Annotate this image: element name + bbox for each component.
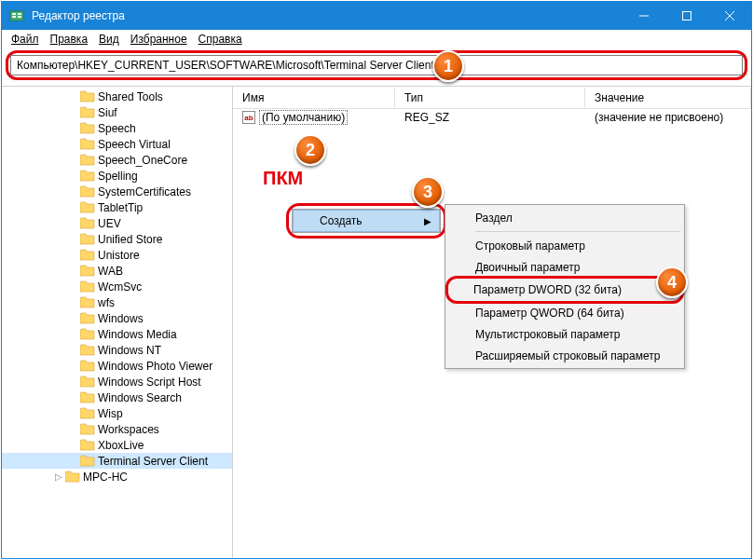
menu-view[interactable]: Вид	[93, 31, 125, 48]
context-menu-2: Раздел Строковый параметр Двоичный парам…	[445, 204, 685, 369]
close-button[interactable]	[708, 2, 751, 30]
tree-item[interactable]: Siuf	[2, 104, 232, 120]
tree-item[interactable]: SystemCertificates	[2, 184, 232, 199]
tree-item[interactable]: TabletTip	[2, 199, 232, 215]
svg-rect-1	[12, 13, 16, 15]
tree-item[interactable]: Terminal Server Client	[2, 453, 232, 469]
folder-icon	[80, 265, 95, 278]
tree-item-label: Workspaces	[98, 423, 159, 436]
menu-item-create[interactable]: Создать ▶	[293, 210, 440, 232]
tree-item[interactable]: Windows Media	[2, 326, 232, 342]
tree-item-label: Wisp	[98, 407, 123, 420]
tree-item[interactable]: WcmSvc	[2, 279, 232, 294]
menu-item-multistring[interactable]: Мультистроковый параметр	[447, 323, 682, 345]
pkm-annotation: ПКМ	[263, 168, 303, 189]
tree-item-label: XboxLive	[98, 439, 144, 452]
folder-icon	[80, 122, 95, 135]
menu-item-section[interactable]: Раздел	[447, 207, 682, 228]
tree-item-label: Windows NT	[98, 344, 161, 357]
tree-item[interactable]: Speech	[2, 120, 232, 136]
col-type-header[interactable]: Тип	[395, 88, 585, 108]
folder-icon	[80, 170, 95, 183]
svg-rect-2	[12, 16, 16, 18]
tree-item[interactable]: Speech_OneCore	[2, 152, 232, 168]
tree-item-label: MPC-HC	[83, 471, 128, 484]
menubar: Файл Правка Вид Избранное Справка	[2, 30, 751, 48]
col-name-header[interactable]: Имя	[233, 88, 395, 108]
tree-item[interactable]: Windows Search	[2, 389, 232, 405]
addressbar[interactable]: Компьютер\HKEY_CURRENT_USER\SOFTWARE\Mic…	[10, 55, 743, 75]
menu-file[interactable]: Файл	[6, 31, 45, 48]
menu-edit[interactable]: Правка	[45, 31, 94, 48]
tree-item[interactable]: WAB	[2, 263, 232, 279]
value-name: (По умолчанию)	[259, 110, 348, 125]
folder-icon	[80, 312, 95, 325]
tree-item-label: Windows	[98, 312, 144, 325]
annotation-marker-3: 3	[412, 176, 444, 208]
tree-item[interactable]: Windows Photo Viewer	[2, 358, 232, 374]
tree-item-label: Siuf	[98, 106, 117, 119]
folder-icon	[80, 106, 95, 119]
tree-item[interactable]: Speech Virtual	[2, 136, 232, 152]
tree-item-label: Speech_OneCore	[98, 154, 187, 167]
tree-item[interactable]: Unified Store	[2, 231, 232, 247]
tree-item[interactable]: Windows Script Host	[2, 374, 232, 389]
tree-item[interactable]: Windows	[2, 310, 232, 326]
maximize-button[interactable]	[665, 2, 708, 30]
tree-item-label: UEV	[98, 217, 121, 230]
menu-item-qword[interactable]: Параметр QWORD (64 бита)	[447, 302, 682, 323]
tree-item[interactable]: wfs	[2, 294, 232, 310]
tree-item[interactable]: XboxLive	[2, 437, 232, 453]
tree-item-label: Spelling	[98, 170, 138, 183]
folder-icon	[80, 328, 95, 341]
tree-item-label: Windows Script Host	[98, 376, 201, 389]
col-value-header[interactable]: Значение	[585, 88, 751, 108]
list-row-default[interactable]: ab (По умолчанию) REG_SZ (значение не пр…	[233, 109, 751, 126]
folder-icon	[80, 296, 95, 309]
folder-icon	[80, 201, 95, 214]
tree-item[interactable]: Wisp	[2, 405, 232, 421]
annotation-marker-2: 2	[294, 134, 326, 166]
menu-favorites[interactable]: Избранное	[125, 31, 193, 48]
tree-item[interactable]: Workspaces	[2, 421, 232, 437]
tree-item-label: Unistore	[98, 249, 140, 262]
registry-tree[interactable]: Shared ToolsSiufSpeechSpeech VirtualSpee…	[2, 87, 233, 558]
menu-help[interactable]: Справка	[193, 31, 248, 48]
context-menu-1: Создать ▶	[292, 209, 441, 233]
folder-icon	[65, 471, 80, 484]
menu-separator	[475, 231, 680, 232]
menu-item-dword[interactable]: Параметр DWORD (32 бита)	[445, 276, 684, 304]
folder-icon	[80, 439, 95, 452]
tree-item-label: WAB	[98, 265, 123, 278]
tree-item-label: Terminal Server Client	[98, 455, 208, 468]
menu-item-string[interactable]: Строковый параметр	[447, 235, 682, 256]
svg-rect-3	[18, 13, 21, 15]
tree-item-label: Windows Photo Viewer	[98, 360, 212, 373]
folder-icon	[80, 376, 95, 389]
tree-item[interactable]: Unistore	[2, 247, 232, 263]
tree-item[interactable]: Spelling	[2, 168, 232, 184]
tree-item[interactable]: Windows NT	[2, 342, 232, 358]
regedit-icon	[9, 8, 24, 23]
tree-item-label: Speech Virtual	[98, 138, 171, 151]
folder-icon	[80, 391, 95, 404]
context-menu-create-highlight: Создать ▶	[286, 203, 446, 239]
addressbar-container: Компьютер\HKEY_CURRENT_USER\SOFTWARE\Mic…	[2, 48, 751, 86]
addressbar-highlight: Компьютер\HKEY_CURRENT_USER\SOFTWARE\Mic…	[6, 50, 747, 80]
expander-icon[interactable]: ▷	[52, 471, 65, 482]
tree-item[interactable]: Shared Tools	[2, 89, 232, 104]
menu-item-binary[interactable]: Двоичный параметр	[447, 256, 682, 278]
folder-icon	[80, 90, 95, 103]
menu-item-expandstring[interactable]: Расширяемый строковый параметр	[447, 345, 682, 366]
folder-icon	[80, 455, 95, 468]
tree-item-label: WcmSvc	[98, 280, 142, 294]
folder-icon	[80, 185, 95, 198]
tree-item-label: wfs	[98, 296, 115, 309]
folder-icon	[80, 280, 95, 294]
tree-item-label: Shared Tools	[98, 90, 163, 103]
minimize-button[interactable]	[623, 2, 665, 30]
titlebar: Редактор реестра	[2, 2, 751, 30]
list-header: Имя Тип Значение	[233, 87, 751, 109]
tree-item[interactable]: UEV	[2, 215, 232, 231]
tree-item[interactable]: ▷MPC-HC	[2, 469, 232, 485]
